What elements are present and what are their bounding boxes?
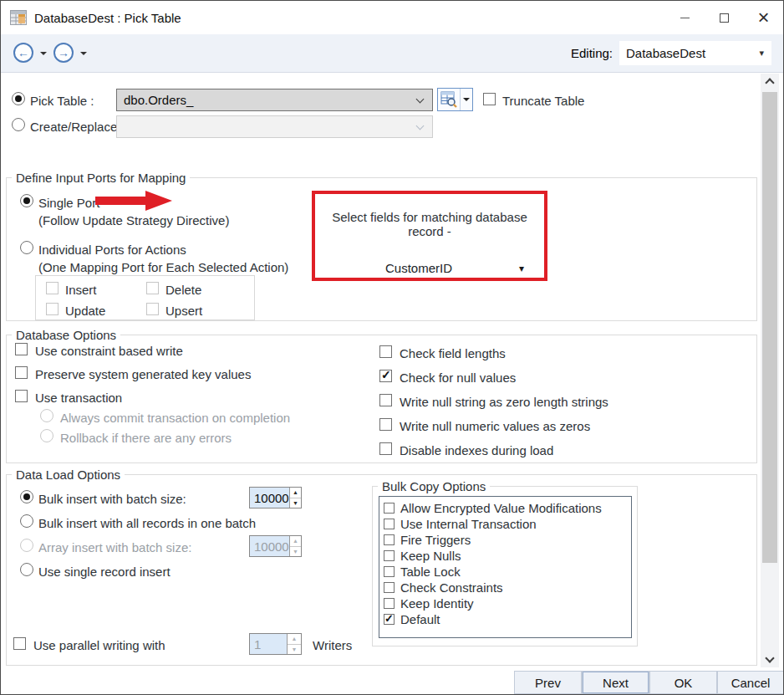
back-button[interactable]: ← <box>13 43 33 63</box>
check-constraints-checkbox[interactable] <box>384 582 395 593</box>
red-arrow-annotation-icon <box>95 190 173 212</box>
next-button[interactable]: Next <box>582 671 649 694</box>
individual-ports-radio[interactable] <box>20 241 33 254</box>
create-replace-radio[interactable] <box>12 118 25 131</box>
upsert-checkbox[interactable] <box>146 303 159 315</box>
list-item[interactable]: ✓ Default <box>384 611 631 627</box>
back-dropdown-caret-icon[interactable] <box>40 52 47 55</box>
bulk-copy-listbox[interactable]: Allow Encrypted Value Modifications Use … <box>379 496 632 638</box>
single-port-radio[interactable] <box>20 194 33 207</box>
keep-identity-checkbox[interactable] <box>384 598 395 609</box>
fire-triggers-checkbox[interactable] <box>384 534 395 545</box>
allow-encrypted-checkbox[interactable] <box>384 503 395 514</box>
preserve-keys-checkbox[interactable] <box>15 366 28 379</box>
use-transaction-checkbox[interactable] <box>15 390 28 402</box>
caret-down-icon[interactable] <box>463 98 470 101</box>
insert-checkbox[interactable] <box>46 282 59 294</box>
parallel-writers-spinner[interactable]: 1 ▲ ▼ <box>249 633 302 655</box>
bulk-insert-batch-radio[interactable] <box>20 490 33 503</box>
check-field-lengths-checkbox[interactable] <box>379 345 392 358</box>
write-null-numeric-checkbox[interactable] <box>379 418 392 431</box>
array-insert-label: Array insert with batch size: <box>38 540 191 555</box>
browse-table-split-button[interactable] <box>437 88 473 111</box>
scrollbar-thumb[interactable] <box>762 92 777 563</box>
use-transaction-label: Use transaction <box>35 391 122 406</box>
minimize-icon <box>680 18 690 18</box>
scroll-down-button[interactable] <box>761 652 779 667</box>
use-internal-transaction-checkbox[interactable] <box>384 519 395 529</box>
use-internal-transaction-label: Use Internal Transaction <box>400 517 537 531</box>
spinner-buttons: ▲ ▼ <box>287 634 301 654</box>
list-item[interactable]: Use Internal Transaction <box>384 516 631 532</box>
table-lock-checkbox[interactable] <box>384 566 395 577</box>
spin-up-icon[interactable]: ▲ <box>290 536 301 546</box>
update-checkbox[interactable] <box>46 303 59 315</box>
caret-down-icon: ▾ <box>519 263 524 274</box>
spin-down-icon[interactable]: ▼ <box>288 644 301 655</box>
maximize-icon <box>720 13 729 23</box>
forward-arrow-icon: → <box>58 46 69 59</box>
app-table-icon <box>10 10 27 25</box>
parallel-writing-checkbox[interactable] <box>13 637 26 650</box>
spin-up-icon[interactable]: ▲ <box>288 634 301 644</box>
pick-table-combobox[interactable]: dbo.Orders_ <box>116 89 433 111</box>
update-label: Update <box>65 304 105 319</box>
prev-button[interactable]: Prev <box>514 671 582 694</box>
single-record-insert-radio[interactable] <box>20 563 33 576</box>
pick-table-radio[interactable] <box>12 92 25 105</box>
forward-button[interactable]: → <box>53 43 74 63</box>
forward-dropdown-caret-icon[interactable] <box>80 52 87 55</box>
list-item[interactable]: Fire Triggers <box>384 532 631 548</box>
input-ports-group: Define Input Ports for Mapping Single Po… <box>6 177 757 321</box>
window-controls: × <box>665 1 783 34</box>
list-item[interactable]: Allow Encrypted Value Modifications <box>384 500 631 516</box>
back-arrow-icon: ← <box>18 46 29 59</box>
cancel-button[interactable]: Cancel <box>717 671 784 694</box>
scroll-up-button[interactable] <box>761 74 779 89</box>
bulk-insert-batch-label: Bulk insert with batch size: <box>38 492 186 507</box>
always-commit-label: Always commit transaction on completion <box>60 411 290 426</box>
write-null-string-checkbox[interactable] <box>379 394 392 406</box>
minimize-button[interactable] <box>665 1 705 34</box>
write-null-string-label: Write null string as zero length strings <box>400 395 608 410</box>
action-checkbox-panel: Insert Delete Update Upsert <box>35 275 255 320</box>
array-insert-radio[interactable] <box>20 539 33 552</box>
delete-checkbox[interactable] <box>146 282 159 294</box>
list-item[interactable]: Check Constraints <box>384 580 631 595</box>
spin-up-icon[interactable]: ▲ <box>290 488 301 498</box>
close-icon: × <box>757 9 769 26</box>
use-constraint-checkbox[interactable] <box>15 343 28 355</box>
data-load-options-group-title: Data Load Options <box>12 468 125 482</box>
default-checkbox[interactable]: ✓ <box>384 614 395 625</box>
check-icon: ✓ <box>381 369 391 381</box>
rollback-radio[interactable] <box>40 429 53 442</box>
list-item[interactable]: Keep Identity <box>384 595 631 611</box>
keep-nulls-checkbox[interactable] <box>384 550 395 561</box>
disable-indexes-checkbox[interactable] <box>379 442 392 455</box>
list-item[interactable]: Table Lock <box>384 564 631 580</box>
prev-button-label: Prev <box>535 676 561 690</box>
matching-field-dropdown[interactable]: CustomerID ▾ <box>315 261 544 275</box>
pick-table-label: Pick Table : <box>30 94 94 109</box>
array-batch-size-spinner[interactable]: 10000 ▲ ▼ <box>249 535 302 557</box>
close-button[interactable]: × <box>744 1 783 34</box>
spin-down-icon[interactable]: ▼ <box>290 546 301 557</box>
matching-field-value: CustomerID <box>385 261 452 275</box>
bulk-copy-group-title: Bulk Copy Options <box>378 479 490 493</box>
bulk-batch-size-spinner[interactable]: 10000 ▲ ▼ <box>249 487 302 508</box>
list-item[interactable]: Keep Nulls <box>384 548 631 564</box>
vertical-scrollbar[interactable] <box>761 74 779 667</box>
bulk-insert-all-radio[interactable] <box>20 514 33 528</box>
next-button-label: Next <box>603 676 629 690</box>
always-commit-radio[interactable] <box>40 409 53 422</box>
check-null-values-checkbox[interactable]: ✓ <box>379 370 392 382</box>
spin-down-icon[interactable]: ▼ <box>290 498 301 508</box>
ok-button[interactable]: OK <box>649 671 717 694</box>
create-replace-label: Create/Replace: <box>30 120 120 135</box>
maximize-button[interactable] <box>705 1 744 34</box>
chevron-down-icon <box>416 95 425 104</box>
create-replace-combobox[interactable] <box>116 115 433 138</box>
editing-label: Editing: <box>571 46 613 60</box>
truncate-table-checkbox[interactable] <box>483 93 496 105</box>
editing-combobox[interactable]: DatabaseDest ▾ <box>619 41 771 65</box>
